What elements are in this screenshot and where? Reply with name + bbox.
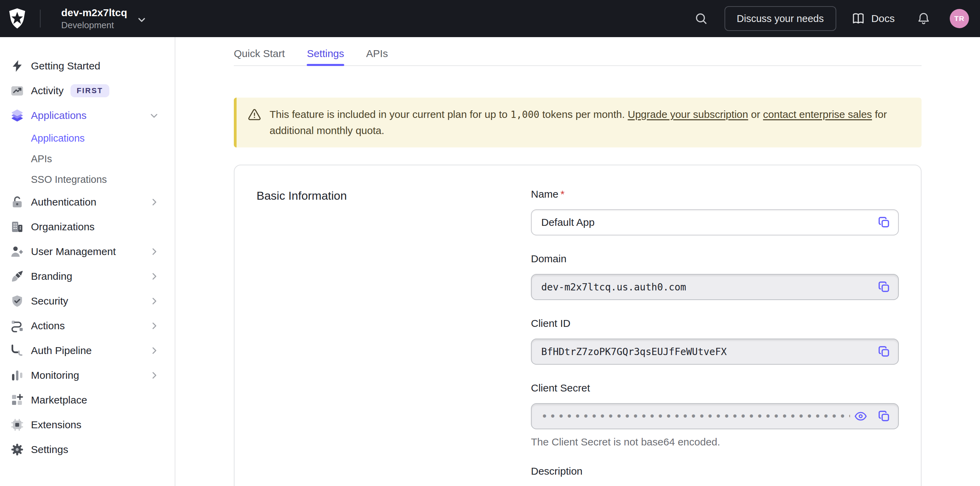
name-input[interactable]: Default App	[531, 209, 899, 235]
client-secret-helper: The Client Secret is not base64 encoded.	[531, 436, 899, 448]
sidebar-subitem-applications[interactable]: Applications	[0, 128, 175, 148]
sidebar-subitem-sso-integrations[interactable]: SSO Integrations	[0, 169, 175, 190]
activity-chart-icon	[10, 83, 25, 98]
chip-icon	[10, 417, 25, 432]
tenant-environment: Development	[61, 20, 127, 30]
description-field: Description	[531, 464, 899, 478]
copy-icon[interactable]	[878, 216, 890, 228]
eye-icon[interactable]	[854, 410, 867, 423]
layers-icon	[10, 108, 25, 123]
main-content: Quick Start Settings APIs This feature i…	[175, 37, 980, 486]
divider	[40, 10, 41, 27]
chevron-right-icon	[150, 248, 158, 256]
name-field: Name* Default App	[531, 187, 899, 235]
sidebar-item-auth-pipeline[interactable]: Auth Pipeline	[0, 338, 175, 363]
chevron-right-icon	[150, 371, 158, 380]
sidebar-item-extensions[interactable]: Extensions	[0, 413, 175, 437]
sidebar-item-authentication[interactable]: Authentication	[0, 190, 175, 214]
client-secret-input[interactable]: ••••••••••••••••••••••••••••••••••••••••…	[531, 403, 899, 429]
required-asterisk: *	[560, 188, 565, 200]
chevron-right-icon	[150, 297, 158, 305]
docs-link[interactable]: Docs	[851, 12, 895, 25]
discuss-your-needs-button[interactable]: Discuss your needs	[724, 6, 836, 31]
contact-enterprise-sales-link[interactable]: contact enterprise sales	[763, 109, 872, 120]
auth0-logo[interactable]	[8, 8, 26, 29]
client-id-field: Client ID BfHDtrZ7zoPK7GQr3qsEUJfFeWUtve…	[531, 316, 899, 365]
shield-check-icon	[10, 294, 25, 309]
sidebar-item-security[interactable]: Security	[0, 289, 175, 313]
copy-icon[interactable]	[878, 410, 890, 422]
sidebar-subitem-apis[interactable]: APIs	[0, 148, 175, 169]
lock-open-icon	[10, 195, 25, 210]
chevron-right-icon	[150, 346, 158, 355]
upgrade-subscription-link[interactable]: Upgrade your subscription	[628, 109, 748, 120]
copy-icon[interactable]	[878, 346, 890, 357]
paintbrush-icon	[10, 269, 25, 284]
chevron-down-icon	[137, 15, 146, 25]
avatar[interactable]: TR	[950, 9, 969, 28]
tab-bar: Quick Start Settings APIs	[234, 37, 921, 66]
domain-field: Domain dev-m2x7ltcq.us.auth0.com	[531, 252, 899, 300]
quota-value: 1,000	[510, 109, 539, 120]
bar-chart-icon	[10, 368, 25, 383]
warning-triangle-icon	[248, 108, 261, 122]
user-gear-icon	[10, 244, 25, 259]
quota-warning-banner: This feature is included in your current…	[234, 98, 921, 148]
book-icon	[851, 12, 865, 25]
gear-icon	[10, 442, 25, 457]
pipeline-icon	[10, 343, 25, 358]
building-icon	[10, 219, 25, 234]
sidebar-item-settings[interactable]: Settings	[0, 437, 175, 462]
sidebar-item-branding[interactable]: Branding	[0, 264, 175, 289]
sidebar-item-getting-started[interactable]: Getting Started	[0, 54, 175, 78]
flow-icon	[10, 318, 25, 334]
basic-information-card: Basic Information Name* Default App	[234, 165, 921, 486]
tenant-name: dev-m2x7ltcq	[61, 6, 127, 19]
sidebar-item-organizations[interactable]: Organizations	[0, 214, 175, 239]
topbar: dev-m2x7ltcq Development Discuss your ne…	[0, 0, 980, 37]
sidebar-item-applications[interactable]: Applications	[0, 103, 175, 128]
section-title: Basic Information	[256, 187, 531, 204]
banner-text: This feature is included in your current…	[270, 106, 910, 138]
sidebar: Getting Started Activity FIRST	[0, 37, 175, 486]
tab-settings[interactable]: Settings	[307, 47, 344, 65]
name-label: Name*	[531, 187, 899, 201]
tenant-switcher[interactable]: dev-m2x7ltcq Development	[61, 6, 146, 30]
search-icon[interactable]	[694, 12, 708, 25]
domain-input[interactable]: dev-m2x7ltcq.us.auth0.com	[531, 274, 899, 300]
chevron-right-icon	[150, 198, 158, 206]
client-secret-label: Client Secret	[531, 381, 899, 395]
chevron-right-icon	[150, 272, 158, 281]
tab-quick-start[interactable]: Quick Start	[234, 47, 285, 65]
tab-apis[interactable]: APIs	[366, 47, 388, 65]
marketplace-grid-icon	[10, 392, 25, 408]
chevron-up-icon	[150, 111, 158, 120]
copy-icon[interactable]	[878, 281, 890, 293]
domain-label: Domain	[531, 252, 899, 266]
client-id-label: Client ID	[531, 316, 899, 330]
auth0-dashboard: dev-m2x7ltcq Development Discuss your ne…	[0, 0, 980, 486]
masked-secret: ••••••••••••••••••••••••••••••••••••••••…	[541, 410, 850, 423]
client-secret-field: Client Secret ••••••••••••••••••••••••••…	[531, 381, 899, 448]
sidebar-item-marketplace[interactable]: Marketplace	[0, 388, 175, 413]
client-id-input[interactable]: BfHDtrZ7zoPK7GQr3qsEUJfFeWUtveFX	[531, 338, 899, 365]
sidebar-item-actions[interactable]: Actions	[0, 313, 175, 338]
bolt-icon	[10, 59, 25, 73]
chevron-right-icon	[150, 322, 158, 330]
sidebar-item-user-management[interactable]: User Management	[0, 239, 175, 264]
sidebar-item-activity[interactable]: Activity FIRST	[0, 78, 175, 103]
description-label: Description	[531, 464, 899, 478]
sidebar-item-monitoring[interactable]: Monitoring	[0, 363, 175, 388]
first-badge: FIRST	[70, 84, 109, 97]
notifications-bell-icon[interactable]	[917, 12, 931, 25]
